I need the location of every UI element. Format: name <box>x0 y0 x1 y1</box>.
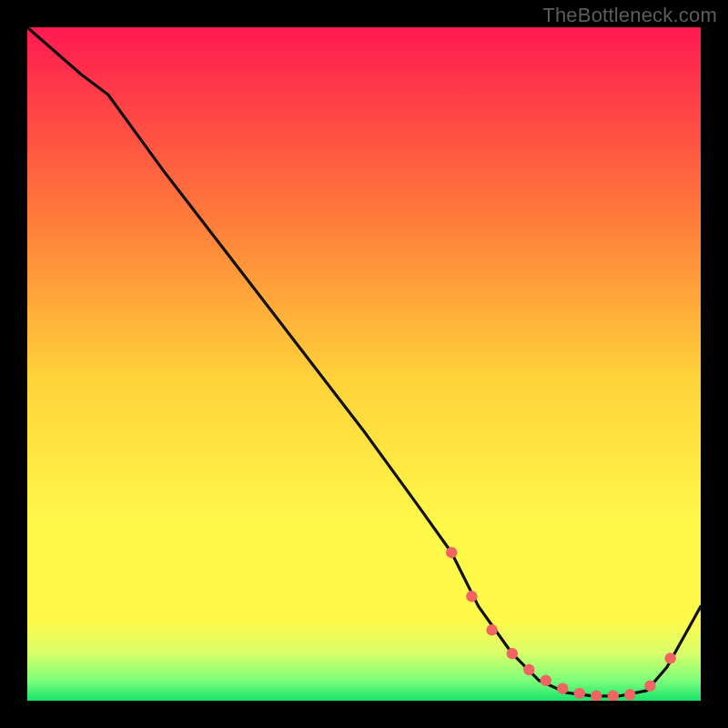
plot-area <box>27 27 701 701</box>
marker-dot <box>523 664 534 675</box>
marker-dot <box>446 547 457 558</box>
marker-dot <box>557 683 568 694</box>
marker-dot <box>507 648 518 659</box>
marker-dot <box>466 591 477 602</box>
bottleneck-curve <box>27 27 701 696</box>
marker-dot <box>624 689 635 700</box>
chart-frame: TheBottleneck.com <box>0 0 728 728</box>
marker-dot <box>591 691 602 701</box>
curve-layer <box>27 27 701 701</box>
marker-dot <box>608 691 619 701</box>
marker-dot <box>486 624 497 635</box>
watermark-text: TheBottleneck.com <box>542 4 717 27</box>
marker-dot <box>541 675 551 686</box>
marker-dot <box>574 688 585 699</box>
marker-dot <box>665 652 676 663</box>
marker-dot <box>644 681 655 692</box>
curve-markers <box>446 547 676 701</box>
